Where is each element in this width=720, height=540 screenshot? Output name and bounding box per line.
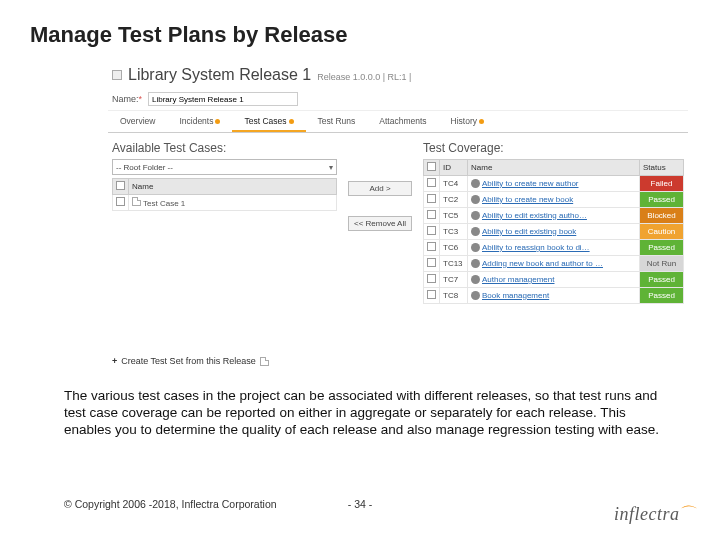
tc-name[interactable]: Book management [482,291,549,300]
badge-icon [289,119,294,124]
checkbox[interactable] [116,181,125,190]
coverage-heading: Test Coverage: [423,141,684,155]
release-header: Library System Release 1 Release 1.0.0.0… [108,60,688,86]
back-icon[interactable] [112,70,122,80]
status-badge: Not Run [640,256,684,272]
tab-history[interactable]: History [439,111,496,132]
slide-body-text: The various test cases in the project ca… [64,388,664,439]
person-icon [471,275,480,284]
tc-name[interactable]: Ability to reassign book to di… [482,243,590,252]
create-test-set-link[interactable]: + Create Test Set from this Release [112,356,269,366]
tc-name[interactable]: Ability to create new book [482,195,573,204]
table-row[interactable]: TC3Ability to edit existing bookCaution [424,224,684,240]
add-button[interactable]: Add > [348,181,412,196]
release-title: Library System Release 1 [128,66,311,84]
table-header-row: ID Name Status [424,160,684,176]
table-row[interactable]: Test Case 1 [113,195,337,211]
checkbox[interactable] [427,226,436,235]
table-row[interactable]: TC6Ability to reassign book to di…Passed [424,240,684,256]
person-icon [471,179,480,188]
checkbox[interactable] [427,242,436,251]
testcase-name: Test Case 1 [143,199,185,208]
person-icon [471,227,480,236]
available-heading: Available Test Cases: [112,141,337,155]
document-icon [260,357,269,366]
tc-id: TC3 [440,224,468,240]
footer: © Copyright 2006 -2018, Inflectra Corpor… [0,480,720,540]
tc-id: TC8 [440,288,468,304]
folder-select-value: -- Root Folder -- [116,163,173,172]
status-badge: Caution [640,224,684,240]
tc-name[interactable]: Author management [482,275,555,284]
status-badge: Passed [640,240,684,256]
col-name[interactable]: Name [468,160,640,176]
table-row[interactable]: TC5Ability to edit existing autho…Blocke… [424,208,684,224]
create-test-set-label: Create Test Set from this Release [121,356,255,366]
tabs: Overview Incidents Test Cases Test Runs … [108,111,688,133]
table-row[interactable]: TC13Adding new book and author to …Not R… [424,256,684,272]
status-badge: Failed [640,176,684,192]
col-status[interactable]: Status [640,160,684,176]
person-icon [471,195,480,204]
app-screenshot: Library System Release 1 Release 1.0.0.0… [108,60,688,370]
person-icon [471,211,480,220]
transfer-buttons: Add > << Remove All [345,141,415,304]
release-meta: Release 1.0.0.0 | RL:1 | [317,72,411,82]
page-number: - 34 - [348,498,373,510]
tc-id: TC7 [440,272,468,288]
name-input[interactable] [148,92,298,106]
person-icon [471,291,480,300]
table-row[interactable]: TC8Book managementPassed [424,288,684,304]
tab-testruns[interactable]: Test Runs [306,111,368,132]
name-row: Name:* [108,86,688,111]
checkbox[interactable] [427,274,436,283]
tc-id: TC6 [440,240,468,256]
name-label: Name:* [112,94,142,104]
tc-id: TC2 [440,192,468,208]
tab-attachments[interactable]: Attachments [367,111,438,132]
table-row[interactable]: TC4Ability to create new authorFailed [424,176,684,192]
checkbox[interactable] [427,290,436,299]
panels: Available Test Cases: -- Root Folder -- … [108,133,688,308]
logo-accent-icon: ⌒ [680,504,699,524]
col-id[interactable]: ID [440,160,468,176]
tc-name[interactable]: Adding new book and author to … [482,259,603,268]
tab-testcases[interactable]: Test Cases [232,111,305,132]
plus-icon: + [112,356,117,366]
tc-id: TC13 [440,256,468,272]
table-row[interactable]: TC7Author managementPassed [424,272,684,288]
checkbox[interactable] [116,197,125,206]
tab-incidents[interactable]: Incidents [167,111,232,132]
checkbox[interactable] [427,258,436,267]
folder-select[interactable]: -- Root Folder -- ▾ [112,159,337,175]
slide-title: Manage Test Plans by Release [30,22,348,48]
tc-id: TC5 [440,208,468,224]
document-icon [132,197,141,206]
badge-icon [479,119,484,124]
badge-icon [215,119,220,124]
tc-name[interactable]: Ability to create new author [482,179,579,188]
table-header-row: Name [113,179,337,195]
checkbox[interactable] [427,162,436,171]
tc-id: TC4 [440,176,468,192]
available-table: Name Test Case 1 [112,178,337,211]
required-asterisk: * [139,94,143,104]
table-row[interactable]: TC2Ability to create new bookPassed [424,192,684,208]
coverage-table: ID Name Status TC4Ability to create new … [423,159,684,304]
remove-all-button[interactable]: << Remove All [348,216,412,231]
checkbox[interactable] [427,178,436,187]
checkbox[interactable] [427,210,436,219]
status-badge: Blocked [640,208,684,224]
col-name[interactable]: Name [129,179,337,195]
person-icon [471,243,480,252]
status-badge: Passed [640,272,684,288]
available-panel: Available Test Cases: -- Root Folder -- … [112,141,337,304]
checkbox[interactable] [427,194,436,203]
tab-overview[interactable]: Overview [108,111,167,132]
tc-name[interactable]: Ability to edit existing autho… [482,211,587,220]
coverage-panel: Test Coverage: ID Name Status TC4Ability… [423,141,684,304]
person-icon [471,259,480,268]
copyright: © Copyright 2006 -2018, Inflectra Corpor… [64,498,277,510]
tc-name[interactable]: Ability to edit existing book [482,227,576,236]
inflectra-logo: inflectra⌒ [614,502,698,526]
